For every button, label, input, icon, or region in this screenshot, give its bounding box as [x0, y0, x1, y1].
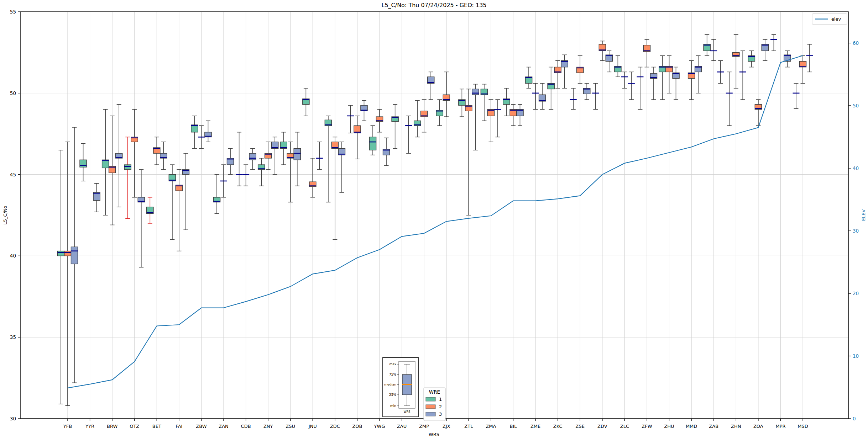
x-tick-label-MSD: MSD: [798, 424, 808, 429]
right-tick-label: 0: [853, 416, 856, 421]
wre-legend-title: WRE: [429, 389, 440, 395]
background: [0, 0, 868, 441]
left-tick-label: 50: [10, 90, 16, 96]
iqr-box: [472, 89, 479, 95]
x-tick-label-CDB: CDB: [241, 424, 251, 429]
x-tick-label-ZMP: ZMP: [419, 424, 429, 429]
inset-label-max: max: [389, 362, 396, 366]
x-tick-label-ZAU: ZAU: [397, 424, 407, 429]
x-tick-label-BIL: BIL: [510, 424, 517, 429]
x-tick-label-YWG: YWG: [374, 424, 385, 429]
x-tick-label-YFB: YFB: [63, 424, 72, 429]
x-tick-label-ZKC: ZKC: [553, 424, 563, 429]
right-tick-label: 10: [853, 353, 859, 359]
left-y-axis-label: L5_C/No: [2, 206, 8, 224]
x-tick-label-ZLC: ZLC: [620, 424, 629, 429]
elev-legend: elev: [812, 14, 847, 25]
wre-legend-swatch-3: [426, 412, 435, 416]
x-tick-label-OTZ: OTZ: [130, 424, 139, 429]
right-tick-label: 30: [853, 228, 859, 234]
x-tick-label-ZDV: ZDV: [597, 424, 607, 429]
iqr-box: [58, 251, 64, 256]
right-y-axis-label: ELEV: [861, 209, 866, 221]
inset-label-25: 25%: [389, 393, 396, 397]
wre-legend-label-3: 3: [439, 411, 442, 417]
iqr-box: [370, 137, 376, 150]
elev-legend-label: elev: [831, 16, 841, 22]
iqr-box: [124, 165, 131, 170]
x-tick-label-ZMA: ZMA: [486, 424, 496, 429]
x-tick-label-MPR: MPR: [775, 424, 785, 429]
x-tick-label-BET: BET: [152, 424, 161, 429]
x-tick-label-ZAN: ZAN: [219, 424, 229, 429]
x-tick-label-ZBW: ZBW: [196, 424, 206, 429]
iqr-box: [249, 153, 256, 160]
left-tick-label: 30: [10, 416, 16, 421]
left-tick-label: 35: [10, 334, 16, 340]
x-tick-label-MMD: MMD: [686, 424, 697, 429]
x-tick-label-ZFW: ZFW: [642, 424, 652, 429]
x-tick-label-ZNY: ZNY: [263, 424, 273, 429]
x-tick-label-ZDC: ZDC: [330, 424, 340, 429]
inset-xlabel: WRS: [404, 410, 411, 414]
wre-legend-label-1: 1: [439, 397, 442, 402]
plot-canvas: 3035404550550102030405060YFBYYRBRWOTZBET…: [0, 0, 868, 441]
wre-legend-label-2: 2: [439, 404, 442, 409]
inset-label-min: min: [390, 404, 396, 408]
iqr-box: [71, 247, 78, 264]
x-tick-label-ZHN: ZHN: [731, 424, 741, 429]
x-tick-label-BRW: BRW: [107, 424, 117, 429]
x-tick-label-ZOB: ZOB: [352, 424, 362, 429]
x-tick-label-ZHU: ZHU: [664, 424, 674, 429]
inset-label-median: median: [384, 383, 396, 386]
x-tick-label-ZJX: ZJX: [443, 424, 450, 429]
x-tick-label-ZOA: ZOA: [753, 424, 763, 429]
wre-legend-swatch-2: [426, 405, 435, 409]
x-tick-label-JNU: JNU: [308, 424, 317, 429]
x-tick-label-ZME: ZME: [530, 424, 540, 429]
iqr-box: [294, 148, 300, 160]
left-tick-label: 40: [10, 253, 16, 259]
right-tick-label: 40: [853, 165, 859, 171]
x-tick-label-ZTL: ZTL: [464, 424, 473, 429]
left-tick-label: 45: [10, 172, 16, 177]
boxplot-guide-inset: max75%median25%minWRS: [383, 357, 418, 417]
iqr-box: [80, 160, 87, 167]
x-tick-label-ZSU: ZSU: [286, 424, 295, 429]
right-tick-label: 60: [853, 40, 859, 46]
wre-legend: WRE123: [424, 388, 445, 421]
x-axis-label: WRS: [0, 432, 868, 437]
chart: 3035404550550102030405060YFBYYRBRWOTZBET…: [0, 0, 868, 441]
right-tick-label: 20: [853, 291, 859, 296]
x-tick-label-YYR: YYR: [85, 424, 94, 429]
left-tick-label: 55: [10, 9, 16, 15]
x-tick-label-ZAB: ZAB: [709, 424, 718, 429]
chart-title: L5_C/No: Thu 07/24/2025 - GEO: 135: [0, 2, 868, 9]
x-tick-label-ZSE: ZSE: [576, 424, 585, 429]
inset-label-75: 75%: [389, 373, 396, 376]
iqr-box: [64, 251, 71, 256]
wre-legend-swatch-1: [426, 397, 435, 401]
x-tick-label-FAI: FAI: [176, 424, 182, 429]
right-tick-label: 50: [853, 103, 859, 108]
